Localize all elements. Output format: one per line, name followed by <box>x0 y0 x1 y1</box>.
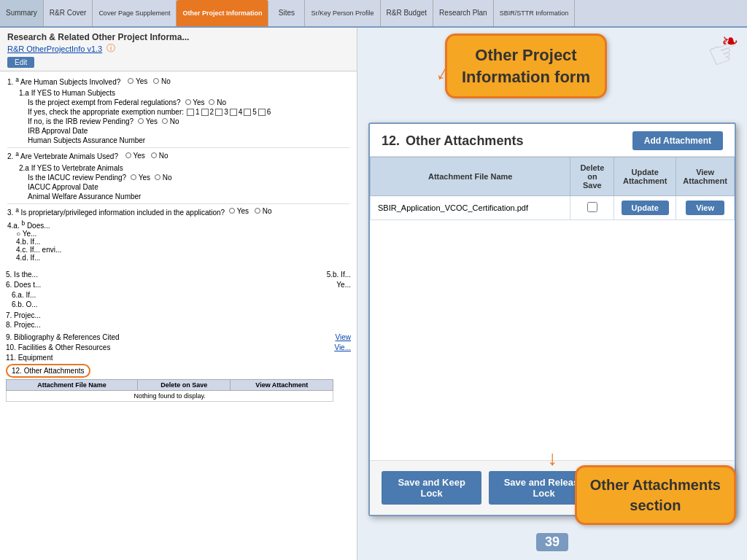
form-header: Research & Related Other Project Informa… <box>0 28 357 71</box>
callout-top: Other Project Information form <box>445 34 607 98</box>
tab-summary[interactable]: Summary <box>0 0 44 26</box>
divider-2 <box>7 203 349 204</box>
tab-research-plan[interactable]: Research Plan <box>433 0 494 26</box>
modal-section-title: Other Attachments <box>406 133 523 149</box>
tab-cover-page-supplement[interactable]: Cover Page Supplement <box>93 0 177 26</box>
form-subtitle: R&R OtherProjectInfo v1.3 <box>7 44 102 53</box>
divider-1 <box>7 147 349 148</box>
question-2a: 2.a If YES to Vertebrate Animals Is the … <box>7 164 349 201</box>
add-attachment-button[interactable]: Add Attachment <box>632 131 723 150</box>
update-attachment-cell: Update <box>614 196 676 220</box>
human-subjects-assurance-label: Human Subjects Assurance Number <box>19 136 349 144</box>
question-1a: 1.a If YES to Human Subjects Is the proj… <box>7 89 349 144</box>
question-3: 3. a Is proprietary/privileged informati… <box>7 206 349 217</box>
table-row: SBIR_Application_VCOC_Certification.pdf … <box>371 196 735 220</box>
col-view-attachment: View Attachment <box>676 158 735 196</box>
edit-button[interactable]: Edit <box>7 57 34 68</box>
question-4-partial: 4.a. b Does... ○ Ye... 4.b. If... 4.c. I… <box>7 219 349 262</box>
animal-welfare-assurance-label: Animal Welfare Assurance Number <box>19 192 349 201</box>
col-update-attachment: Update Attachment <box>614 158 676 196</box>
attachment-table: Attachment File Name DeleteonSave Update… <box>370 157 735 220</box>
attachment-filename: SBIR_Application_VCOC_Certification.pdf <box>371 196 570 220</box>
attachment-table-header: Attachment File Name DeleteonSave Update… <box>371 158 735 196</box>
tab-rbr-cover[interactable]: R&R Cover <box>44 0 93 26</box>
tab-sbir-sttr[interactable]: SBIR/STTR Information <box>494 0 576 26</box>
form-body: 1. a Are Human Subjects Involved? Yes No… <box>0 71 357 268</box>
view-attachment-button[interactable]: View <box>686 201 724 215</box>
tab-rbr-budget[interactable]: R&R Budget <box>381 0 434 26</box>
tab-sr-key-person[interactable]: Sr/Key Person Profile <box>305 0 380 26</box>
update-attachment-button[interactable]: Update <box>622 201 669 215</box>
mini-attachments-table: Attachment File Name Delete on Save View… <box>6 379 333 402</box>
bottom-sections: 5. Is the... 5.b. If... 6. Does t... Ye.… <box>0 268 357 405</box>
iacuc-approval-date-label: IACUC Approval Date <box>19 183 349 191</box>
save-keep-lock-button[interactable]: Save and Keep Lock <box>382 471 481 505</box>
info-icon: ⓘ <box>107 42 115 55</box>
col-filename: Attachment File Name <box>371 158 570 196</box>
arrow-to-section12: ↑ <box>547 449 557 472</box>
irb-approval-date-label: IRB Approval Date <box>19 127 349 135</box>
question-2: 2. a Are Vertebrate Animals Used? Yes No <box>7 150 349 160</box>
delete-checkbox-cell <box>570 196 614 220</box>
bow-decoration: ❧ <box>721 29 738 53</box>
tab-other-project-info[interactable]: Other Project Information <box>177 0 268 26</box>
modal-section-number: 12. <box>382 133 400 149</box>
section-12-row: 12. Other Attachments <box>6 364 351 378</box>
attachment-table-body: SBIR_Application_VCOC_Certification.pdf … <box>371 196 735 220</box>
callout-bottom: Other Attachments section <box>575 465 736 525</box>
col-delete-on-save: DeleteonSave <box>570 158 614 196</box>
view-attachment-cell: View <box>676 196 735 220</box>
form-title: Research & Related Other Project Informa… <box>7 32 349 42</box>
modal-header: 12. Other Attachments Add Attachment <box>370 124 735 157</box>
page-number: 39 <box>536 533 568 551</box>
delete-on-save-checkbox[interactable] <box>587 202 597 212</box>
attachment-table-container: Attachment File Name DeleteonSave Update… <box>370 157 735 220</box>
question-1: 1. a Are Human Subjects Involved? Yes No <box>7 76 349 86</box>
tab-sites[interactable]: Sites <box>268 0 305 26</box>
